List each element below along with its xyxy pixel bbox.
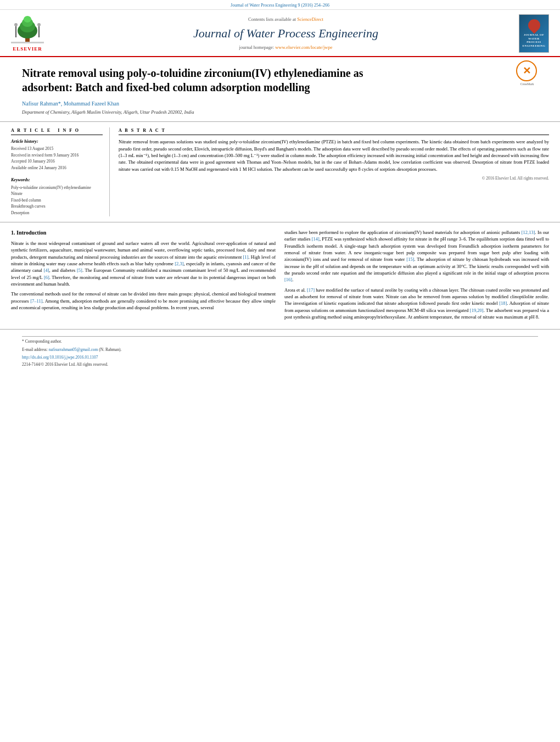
doi-link[interactable]: http://dx.doi.org/10.1016/j.jwpe.2016.01… <box>22 355 98 360</box>
ref-16[interactable]: [16] <box>284 277 292 282</box>
corresponding-note: * Corresponding author. <box>22 339 538 345</box>
ref-12-13[interactable]: [12,13] <box>522 230 535 235</box>
keyword-5: Desorption <box>11 210 103 216</box>
keyword-2: Nitrate <box>11 191 103 197</box>
ref-4[interactable]: [4] <box>44 267 49 273</box>
homepage-link[interactable]: www.elsevier.com/locate/jwpe <box>275 44 332 50</box>
authors: Nafisur Rahman*, Mohammad Fazeel Khan <box>22 100 538 108</box>
email-note: E-mail address: nafisurrahman05@gmail.co… <box>22 347 538 353</box>
keywords-list: Poly-o-toluidine zirconium(IV) ethylened… <box>11 185 103 216</box>
header-left: ELSEVIER <box>11 14 53 53</box>
ref-1[interactable]: [1] <box>243 254 249 260</box>
affiliation: Department of Chemistry, Aligarh Muslim … <box>22 109 538 116</box>
crossmark-badge: ✕ CrossMark <box>516 60 538 82</box>
elsevier-tree-icon <box>11 14 44 44</box>
journal-title: Journal of Water Process Engineering <box>53 25 519 42</box>
sciencedirect-link[interactable]: ScienceDirect <box>297 16 323 22</box>
footer-copyright: 2214-7144/© 2016 Elsevier Ltd. All right… <box>22 362 538 368</box>
footer-divider <box>22 336 538 337</box>
header-center: Contents lists available at ScienceDirec… <box>53 16 519 51</box>
ref-7-11[interactable]: [7–11] <box>30 298 42 304</box>
journal-reference: Journal of Water Process Engineering 9 (… <box>0 0 560 10</box>
svg-rect-5 <box>15 25 16 37</box>
article-info-column: A R T I C L E I N F O Article history: R… <box>11 127 110 216</box>
body-col-right: studies have been performed to explore t… <box>284 229 549 323</box>
abstract-copyright: © 2016 Elsevier Ltd. All rights reserved… <box>119 176 549 182</box>
header-right: JOURNAL OFWATER PROCESSENGINEERING <box>519 14 549 53</box>
crossmark-label: CrossMark <box>516 82 538 87</box>
body-paragraph-2: The conventional methods used for the re… <box>11 291 276 311</box>
badge-text: JOURNAL OFWATER PROCESSENGINEERING <box>522 34 546 48</box>
keyword-4: Breakthrough curves <box>11 204 103 210</box>
section1-title: 1. Introduction <box>11 229 276 237</box>
received-date: Received 13 August 2015 <box>11 146 103 152</box>
svg-rect-9 <box>11 42 44 43</box>
ref-15[interactable]: [15] <box>406 256 414 262</box>
body-text-left: Nitrate is the most widespread contamina… <box>11 240 276 311</box>
ref-17[interactable]: [17] <box>307 287 315 293</box>
sciencedirect-line: Contents lists available at ScienceDirec… <box>53 16 519 23</box>
available-date: Available online 24 January 2016 <box>11 165 103 171</box>
svg-rect-7 <box>38 25 40 37</box>
body-col-left: 1. Introduction Nitrate is the most wide… <box>11 229 276 323</box>
svg-point-4 <box>24 16 31 23</box>
ref-18[interactable]: [18] <box>499 300 507 306</box>
badge-drop-icon <box>525 17 542 34</box>
body-paragraph-3: studies have been performed to explore t… <box>284 229 549 283</box>
crossmark-icon: ✕ <box>516 60 537 81</box>
abstract-column: A B S T R A C T Nitrate removal from aqu… <box>119 127 549 216</box>
article-header: Nitrate removal using poly-o-toluidine z… <box>0 57 560 122</box>
ref-23[interactable]: [2,3] <box>175 261 183 266</box>
journal-header: ELSEVIER Contents lists available at Sci… <box>0 10 560 57</box>
svg-point-8 <box>37 23 41 26</box>
keywords-label: Keywords: <box>11 177 103 183</box>
journal-badge: JOURNAL OFWATER PROCESSENGINEERING <box>519 14 549 53</box>
email-link[interactable]: nafisurrahman05@gmail.com <box>49 347 98 352</box>
article-history-label: Article history: <box>11 138 103 144</box>
ref-19-20[interactable]: [19,20] <box>470 308 484 313</box>
homepage-line: journal homepage: www.elsevier.com/locat… <box>53 44 519 51</box>
abstract-text: Nitrate removal from aqueous solutions w… <box>119 138 549 172</box>
body-paragraph-1: Nitrate is the most widespread contamina… <box>11 240 276 287</box>
keyword-1: Poly-o-toluidine zirconium(IV) ethylened… <box>11 185 103 191</box>
abstract-heading: A B S T R A C T <box>119 127 549 135</box>
article-title: Nitrate removal using poly-o-toluidine z… <box>22 66 406 94</box>
keyword-3: Fixed-bed column <box>11 198 103 204</box>
page: Journal of Water Process Engineering 9 (… <box>0 0 560 742</box>
accepted-date: Accepted 10 January 2016 <box>11 159 103 165</box>
received-revised-date: Received in revised form 9 January 2016 <box>11 153 103 159</box>
ref-14[interactable]: [14] <box>312 236 320 242</box>
body-content: 1. Introduction Nitrate is the most wide… <box>0 222 560 329</box>
footer: * Corresponding author. E-mail address: … <box>0 329 560 367</box>
body-text-right: studies have been performed to explore t… <box>284 229 549 320</box>
ref-5[interactable]: [5] <box>77 267 82 273</box>
doi-line: http://dx.doi.org/10.1016/j.jwpe.2016.01… <box>22 355 538 361</box>
body-paragraph-4: Arora et al. [17] have modified the surf… <box>284 287 549 321</box>
ref-6[interactable]: [6] <box>44 275 49 280</box>
elsevier-logo: ELSEVIER <box>11 14 44 53</box>
article-info-heading: A R T I C L E I N F O <box>11 127 103 135</box>
svg-point-6 <box>14 23 18 26</box>
article-info-abstract: A R T I C L E I N F O Article history: R… <box>0 122 560 222</box>
elsevier-brand: ELSEVIER <box>13 46 42 53</box>
